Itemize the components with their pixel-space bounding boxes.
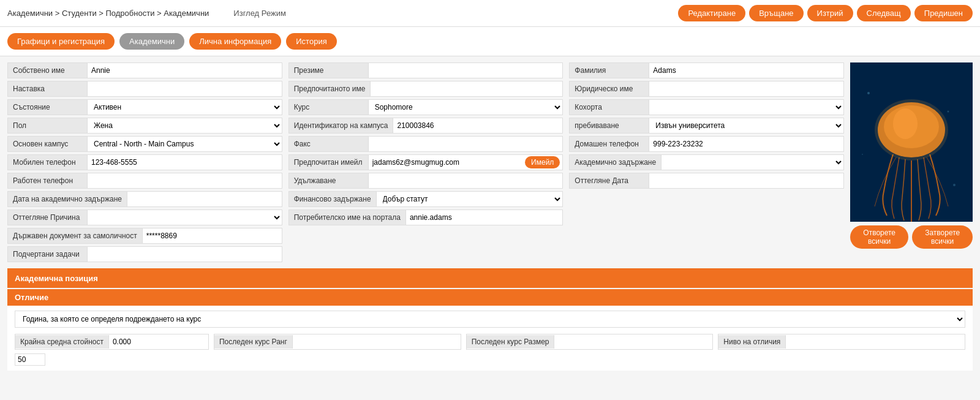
view-mode: Изглед Режим [233,9,286,18]
jellyfish-image [850,62,973,222]
family-name-label: Фамилия [570,63,649,78]
photo-column: Отворете всички Затворете всички [850,62,973,262]
course-select[interactable]: Sophomore [369,101,563,113]
student-photo [850,62,973,222]
preferred-name-label: Предпочитаното име [289,81,371,96]
underlined-tasks-row: Подчертани задачи [7,246,282,262]
next-button[interactable]: Следващ [857,5,911,21]
svg-point-7 [862,154,863,155]
svg-point-5 [867,92,870,94]
last-course-rank-input[interactable] [293,336,461,347]
own-name-row: Собствено име [7,62,282,78]
gender-select[interactable]: Жена [88,119,282,132]
close-all-button[interactable]: Затворете всички [912,225,973,249]
distinction-section: Отличие [7,289,973,306]
home-phone-input[interactable] [649,138,843,149]
withdrawal-reason-row: Оттегляне Причина [7,209,282,225]
nav-tabs: Графици и регистрация Академични Лична и… [0,27,980,56]
gov-id-label: Държавен документ за самоличност [8,228,143,243]
main-content: Собствено име Наставка Състояние Активен… [0,56,980,377]
surname-input[interactable] [369,65,563,76]
home-phone-row: Домашен телефон [569,136,844,152]
gov-id-row: Държавен документ за самоличност [7,228,282,244]
withdrawal-date-row: Оттегляне Дата [569,173,844,189]
legal-name-input[interactable] [649,83,843,94]
fax-input[interactable] [369,138,563,149]
legal-name-row: Юридическо име [569,81,844,97]
academic-hold-row: Академично задържане [569,154,844,170]
tab-history[interactable]: История [286,33,336,50]
academic-hold-date-input[interactable] [127,194,282,205]
distinction-level-item: Ниво на отличия [718,334,965,350]
cohort-label: Кохорта [570,100,649,115]
tab-graphs[interactable]: Графици и регистрация [7,33,115,50]
final-avg-item: Крайна средна стойност [15,334,209,350]
last-course-rank-item: Последен курс Ранг [214,334,461,350]
gov-id-input[interactable] [143,230,282,241]
portal-username-label: Потребителско име на портала [289,210,406,225]
underlined-tasks-input[interactable] [88,249,282,260]
status-row: Състояние Активен [7,99,282,115]
academic-hold-label: Академично задържане [570,155,662,170]
family-name-row: Фамилия [569,62,844,78]
academic-hold-date-label: Дата на академично задържане [8,192,127,206]
spinner-input[interactable] [15,353,45,366]
own-name-input[interactable] [88,65,282,76]
top-bar: Академични > Студенти > Подробности > Ак… [0,0,980,27]
preferred-email-row: Предпочитан имейл Имейл [288,154,564,170]
course-row: Курс Sophomore [288,99,564,115]
residence-row: пребиваване Извън университета [569,118,844,134]
tab-academic[interactable]: Академични [119,33,184,50]
campus-id-input[interactable] [393,120,562,131]
main-campus-select[interactable]: Central - North - Main Campus [88,138,282,150]
email-button[interactable]: Имейл [525,156,560,168]
extension-input[interactable] [369,175,563,186]
status-select[interactable]: Активен [88,101,282,113]
form-col-2: Презиме Предпочитаното име Курс Sophomor… [288,62,564,262]
year-select[interactable]: Година, за която се определя подрежданет… [15,311,965,328]
residence-select[interactable]: Извън университета [649,119,843,132]
work-phone-label: Работен телефон [8,173,88,188]
underlined-tasks-label: Подчертани задачи [8,247,88,262]
delete-button[interactable]: Изтрий [807,5,853,21]
main-campus-label: Основен кампус [8,137,88,151]
withdrawal-date-input[interactable] [649,175,843,186]
last-course-size-input[interactable] [554,336,712,347]
cohort-select[interactable] [649,101,843,113]
last-course-size-label: Последен курс Размер [467,335,555,349]
academic-position-title: Академична позиция [15,274,98,283]
form-col-3: Фамилия Юридическо име Кохорта пребивава… [569,62,844,262]
mobile-input[interactable] [88,157,282,168]
preferred-name-input[interactable] [371,83,562,94]
course-label: Курс [289,100,369,115]
edit-button[interactable]: Редактиране [678,5,745,21]
family-name-input[interactable] [649,65,843,76]
surname-row: Презиме [288,62,564,78]
mentor-row: Наставка [7,81,282,97]
financial-hold-select[interactable]: Добър статут [377,193,563,205]
previous-button[interactable]: Предишен [914,5,973,21]
bottom-fields: Година, за която се определя подрежданет… [7,306,973,371]
metrics-row: Крайна средна стойност Последен курс Ран… [15,334,965,350]
financial-hold-label: Финансово задържане [289,192,377,206]
year-row: Година, за която се определя подрежданет… [15,311,965,330]
portal-username-input[interactable] [406,212,562,223]
preferred-email-input[interactable] [369,157,522,168]
work-phone-input[interactable] [88,175,282,186]
tab-personal[interactable]: Лична информация [189,33,281,50]
back-button[interactable]: Връщане [749,5,803,21]
open-all-button[interactable]: Отворете всички [850,225,908,249]
academic-hold-date-row: Дата на академично задържане [7,191,282,207]
mentor-input[interactable] [88,83,282,94]
withdrawal-reason-label: Оттегляне Причина [8,210,88,225]
home-phone-label: Домашен телефон [570,137,649,151]
final-avg-input[interactable] [109,336,208,347]
distinction-title: Отличие [15,293,48,302]
status-label: Състояние [8,100,88,115]
svg-point-6 [948,111,949,113]
work-phone-row: Работен телефон [7,173,282,189]
distinction-level-input[interactable] [786,336,965,347]
withdrawal-reason-select[interactable] [88,211,282,224]
academic-hold-select[interactable] [662,156,843,168]
withdrawal-date-label: Оттегляне Дата [570,173,649,188]
